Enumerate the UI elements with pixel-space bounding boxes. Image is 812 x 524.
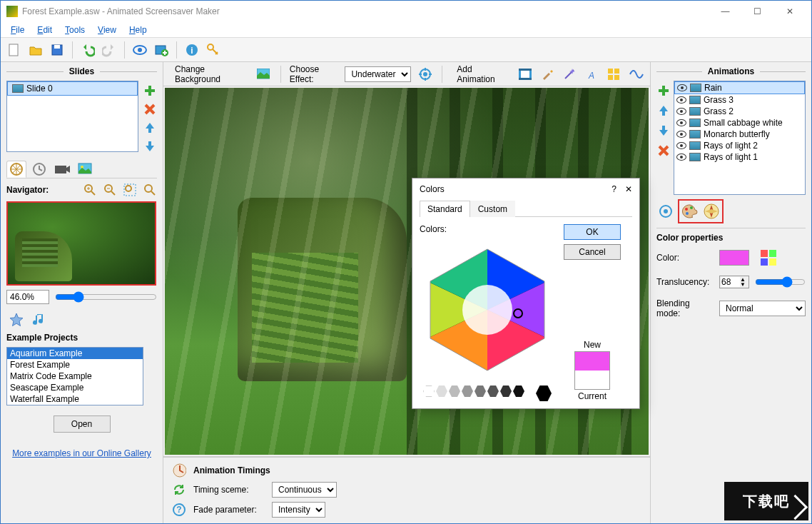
zoom-100-icon[interactable] [143, 183, 157, 197]
menu-view[interactable]: View [92, 24, 122, 36]
fade-param-select[interactable]: Intensity [272, 502, 325, 518]
zoom-slider[interactable] [55, 291, 157, 303]
svg-point-48 [462, 285, 512, 335]
animation-item[interactable]: Rain [674, 81, 805, 94]
animation-item[interactable]: Small cabbage white [674, 117, 805, 129]
effect-select[interactable]: Underwater [345, 66, 411, 82]
animation-item[interactable]: Grass 3 [674, 94, 805, 106]
menu-edit[interactable]: Edit [31, 24, 58, 36]
dialog-close-icon[interactable]: ✕ [625, 184, 632, 194]
zoom-input[interactable] [6, 290, 49, 304]
example-item[interactable]: Forest Example [7, 359, 143, 371]
navigator-preview[interactable] [6, 201, 156, 286]
animation-item[interactable]: Grass 2 [674, 106, 805, 117]
music-icon[interactable] [29, 311, 49, 328]
delete-slide-icon[interactable] [143, 102, 157, 116]
anim-settings-icon[interactable] [656, 202, 675, 221]
online-gallery-link[interactable]: More examples in our Online Gallery [6, 448, 157, 458]
visibility-icon[interactable] [676, 96, 686, 104]
anim-thumb-icon [689, 107, 701, 116]
example-item[interactable]: Waterfall Example [7, 393, 143, 405]
save-icon[interactable] [48, 41, 66, 59]
preview-icon[interactable] [131, 41, 149, 59]
svg-point-36 [664, 209, 668, 213]
animation-item[interactable]: Monarch butterfly [674, 129, 805, 140]
slides-list[interactable]: Slide 0 [6, 81, 138, 152]
anim-down-icon[interactable] [656, 124, 671, 138]
translucency-spinner[interactable]: ▲▼ [719, 276, 749, 288]
minimize-button[interactable]: — [709, 1, 741, 22]
visibility-icon[interactable] [676, 119, 686, 126]
tab-clock-icon[interactable] [29, 161, 49, 178]
animations-list[interactable]: Rain Grass 3 Grass 2 Small cabbage white… [674, 81, 806, 195]
maximize-button[interactable]: ☐ [741, 1, 773, 22]
example-item[interactable]: Matrix Code Example [7, 371, 143, 382]
grid-icon[interactable] [606, 65, 622, 84]
zoom-out-icon[interactable] [103, 183, 117, 197]
example-item[interactable]: Aquarium Example [7, 348, 143, 359]
effect-settings-icon[interactable] [417, 65, 433, 84]
favorites-star-icon[interactable] [6, 311, 26, 328]
film-icon[interactable] [517, 65, 534, 84]
menu-tools[interactable]: Tools [59, 24, 91, 36]
visibility-icon[interactable] [677, 84, 687, 91]
open-folder-icon[interactable] [26, 41, 45, 59]
zoom-in-icon[interactable] [83, 183, 97, 197]
move-up-icon[interactable] [143, 121, 157, 135]
watermark: 下载吧 [724, 482, 808, 520]
animation-item[interactable]: Rays of light 2 [674, 140, 805, 151]
timing-scheme-select[interactable]: Continuous [272, 482, 337, 498]
anim-add-icon[interactable] [656, 84, 671, 98]
change-background-button[interactable]: Change Background [169, 61, 250, 87]
visibility-icon[interactable] [676, 153, 686, 161]
animation-item[interactable]: Rays of light 1 [674, 151, 805, 163]
key-icon[interactable] [204, 41, 223, 59]
tab-standard[interactable]: Standard [420, 201, 470, 217]
tab-image-icon[interactable] [75, 161, 95, 178]
grayscale-row[interactable] [420, 386, 555, 401]
open-example-button[interactable]: Open [54, 415, 111, 433]
new-file-icon[interactable] [5, 41, 24, 59]
tab-navigator-icon[interactable] [6, 161, 26, 178]
window-title: Forest Example.asw - Animated Screensave… [22, 6, 709, 16]
examples-list[interactable]: Aquarium Example Forest Example Matrix C… [6, 347, 143, 405]
tab-custom[interactable]: Custom [470, 201, 515, 217]
color-swatch[interactable] [719, 250, 749, 266]
export-icon[interactable] [152, 41, 171, 59]
info-icon[interactable]: i [183, 41, 201, 59]
blending-select[interactable]: Normal [719, 301, 806, 316]
add-animation-button[interactable]: Add Animation [451, 61, 512, 87]
compass-icon[interactable] [702, 202, 721, 221]
background-image-icon[interactable] [255, 65, 272, 84]
slide-item[interactable]: Slide 0 [7, 81, 138, 96]
add-slide-icon[interactable] [143, 84, 157, 98]
menu-help[interactable]: Help [123, 24, 153, 36]
close-button[interactable]: ✕ [773, 1, 806, 22]
wand-icon[interactable] [562, 65, 578, 84]
tab-camera-icon[interactable] [52, 161, 72, 178]
undo-icon[interactable] [78, 41, 97, 59]
color-hexagon-picker[interactable] [420, 238, 555, 381]
palette-icon[interactable] [681, 202, 699, 221]
text-icon[interactable]: A [584, 65, 600, 84]
help-icon[interactable]: ? [172, 503, 186, 517]
anim-up-icon[interactable] [656, 104, 671, 118]
brush-icon[interactable] [539, 65, 556, 84]
example-item[interactable]: Seascape Example [7, 382, 143, 393]
menu-file[interactable]: File [5, 24, 30, 36]
redo-icon[interactable] [100, 41, 118, 59]
cancel-button[interactable]: Cancel [564, 244, 621, 260]
blending-label: Blending mode: [656, 298, 714, 318]
visibility-icon[interactable] [676, 108, 686, 115]
translucency-slider[interactable] [755, 276, 806, 288]
svg-rect-28 [608, 69, 613, 74]
dialog-help-icon[interactable]: ? [603, 184, 625, 194]
zoom-fit-icon[interactable] [123, 183, 137, 197]
visibility-icon[interactable] [676, 131, 686, 138]
visibility-icon[interactable] [676, 142, 686, 149]
anim-delete-icon[interactable] [656, 143, 671, 158]
ok-button[interactable]: OK [564, 224, 621, 240]
color-grid-icon[interactable] [761, 250, 776, 266]
wave-icon[interactable] [628, 65, 644, 84]
move-down-icon[interactable] [143, 139, 157, 153]
